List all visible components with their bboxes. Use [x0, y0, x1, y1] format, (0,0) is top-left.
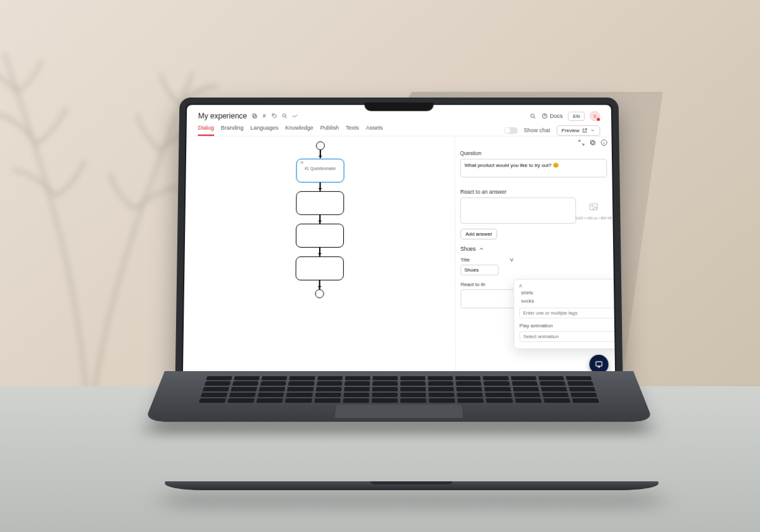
add-answer-button[interactable]: Add answer	[460, 229, 497, 239]
flow-node-label: #1 Questionnaire	[297, 160, 344, 171]
play-animation-label: Play animation	[519, 323, 615, 329]
image-dims: 1200 × 630 px • 800 KB	[575, 216, 612, 220]
svg-rect-7	[590, 141, 594, 144]
collapse-value: Shoes	[460, 246, 476, 252]
tab-publish[interactable]: Publish	[320, 125, 339, 136]
trend-icon[interactable]	[291, 113, 298, 120]
animation-select[interactable]	[519, 331, 615, 342]
popover-option[interactable]: socks	[519, 297, 616, 305]
tag-icon[interactable]	[271, 113, 278, 120]
flow-node-selected[interactable]: #1 Questionnaire	[296, 159, 345, 182]
svg-rect-0	[253, 115, 256, 118]
chevron-down-icon	[590, 128, 595, 133]
svg-rect-1	[252, 114, 255, 117]
expand-icon[interactable]	[578, 139, 585, 146]
tabs-bar: DialogBrandingLanguagesKnowledgePublishT…	[186, 121, 611, 136]
react-label: React to an answer	[460, 189, 607, 195]
question-input[interactable]: What product would you like to try out? …	[460, 159, 607, 177]
tab-branding[interactable]: Branding	[221, 125, 244, 136]
tab-texts[interactable]: Texts	[346, 125, 359, 136]
title-input[interactable]	[460, 265, 498, 276]
search-icon[interactable]	[530, 113, 537, 120]
app-root: My experience # Docs	[183, 105, 616, 381]
tags-input[interactable]	[519, 308, 615, 319]
preview-label: Preview	[562, 127, 580, 133]
svg-point-2	[273, 115, 274, 115]
svg-point-3	[282, 114, 286, 117]
svg-point-4	[531, 114, 535, 117]
show-chat-toggle[interactable]	[504, 127, 517, 134]
react-input[interactable]	[460, 198, 576, 224]
flow-node[interactable]	[296, 256, 344, 281]
question-label: Question	[460, 150, 607, 156]
chat-icon	[595, 360, 604, 369]
docs-link[interactable]: Docs	[542, 113, 562, 119]
hash-icon[interactable]: #	[261, 113, 268, 120]
tab-languages[interactable]: Languages	[250, 125, 278, 136]
page-title: My experience	[198, 111, 248, 120]
tab-dialog[interactable]: Dialog	[198, 125, 214, 136]
flow-node[interactable]	[296, 224, 344, 248]
tab-assets[interactable]: Assets	[366, 125, 383, 136]
laptop-mockup: My experience # Docs	[165, 95, 633, 490]
copy-icon[interactable]	[251, 113, 258, 120]
svg-point-10	[592, 205, 593, 206]
duplicate-icon[interactable]	[589, 139, 597, 146]
preview-button[interactable]: Preview	[557, 125, 600, 136]
answer-collapse[interactable]: Shoes	[460, 246, 608, 252]
flow-node[interactable]	[296, 191, 344, 215]
flow-start-node[interactable]	[316, 141, 325, 150]
info-icon[interactable]	[600, 139, 608, 146]
show-chat-label: Show chat	[524, 127, 550, 134]
flow-end-node[interactable]	[315, 289, 324, 298]
language-selector[interactable]: EN	[567, 111, 585, 121]
answer-popover: A shirtssocks Play animation	[513, 279, 615, 349]
external-icon	[582, 127, 588, 133]
chevron-up-icon	[478, 246, 484, 252]
svg-rect-6	[592, 141, 595, 144]
workspace: #1 Questionnaire	[183, 136, 616, 380]
title-col-label: Title	[460, 257, 498, 263]
image-placeholder-icon[interactable]	[583, 199, 604, 215]
docs-label: Docs	[550, 113, 562, 119]
popover-prefix: A	[519, 284, 522, 288]
popover-option[interactable]: shirts	[519, 289, 616, 297]
avatar[interactable]: S	[590, 111, 600, 121]
tab-knowledge[interactable]: Knowledge	[285, 125, 313, 136]
flow-canvas[interactable]: #1 Questionnaire	[183, 136, 455, 380]
inspector-panel: Question What product would you like to …	[454, 136, 615, 380]
value-col-label: V	[510, 257, 513, 263]
search-small-icon[interactable]	[281, 113, 288, 120]
